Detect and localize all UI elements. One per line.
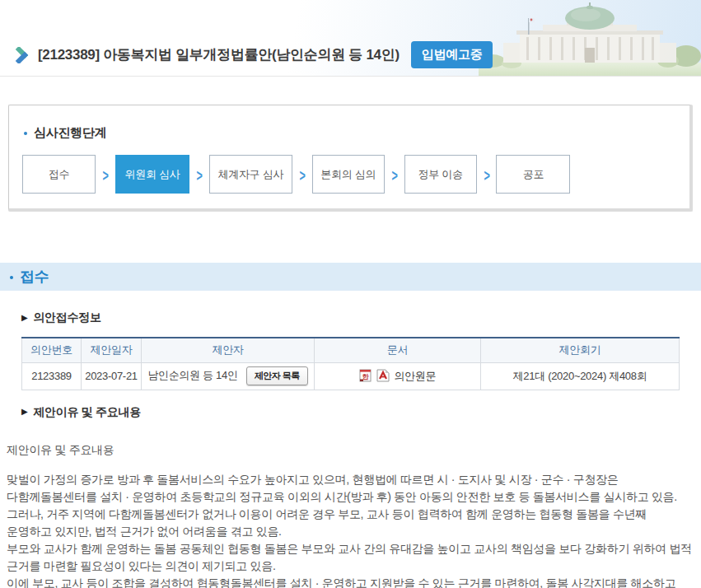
step-arrow-icon: >	[484, 165, 489, 184]
step-label: 접수	[49, 167, 69, 182]
step-promulgation: 공포	[496, 155, 570, 194]
table-row: 2123389 2023-07-21 남인순의원 등 14인제안자 목록 한	[22, 362, 680, 390]
reception-table: 의안번호 제안일자 제안자 문서 제안회기 2123389 2023-07-21…	[21, 337, 680, 390]
assembly-building-image	[479, 0, 701, 76]
step-government-transfer: 정부 이송	[404, 155, 477, 194]
step-arrow-icon: >	[196, 165, 202, 184]
reception-section-title: 접수	[20, 267, 49, 287]
step-reception: 접수	[22, 155, 96, 194]
paragraph: 그러나, 거주 지역에 다함께돌봄센터가 없거나 이용이 어려운 경우 부모, …	[7, 506, 694, 540]
col-proposer: 제안자	[142, 338, 315, 362]
bill-title: [2123389] 아동복지법 일부개정법률안(남인순의원 등 14인)	[38, 45, 400, 64]
progress-title-label: 심사진행단계	[34, 125, 106, 141]
document-cell: 한 의안원문	[315, 362, 481, 390]
step-committee-review: 위원회 심사	[115, 155, 189, 194]
progress-steps: 접수 > 위원회 심사 > 체계자구 심사 > 본회의 심의 > 정부 이송 >…	[22, 155, 676, 194]
paragraph: 부모와 교사가 함께 운영하는 돌봄 공동체인 협동형 돌봄은 부모와 교사 간…	[7, 540, 694, 575]
triangle-marker-icon: ▶	[21, 407, 27, 416]
step-plenary-deliberation: 본회의 심의	[312, 155, 385, 194]
bill-detail-page: [2123389] 아동복지법 일부개정법률안(남인순의원 등 14인) 입법예…	[0, 0, 701, 588]
reception-section-header: 접수	[0, 263, 701, 291]
paragraph: 맞벌이 가정의 증가로 방과 후 돌봄서비스의 수요가 높아지고 있으며, 현행…	[7, 471, 694, 506]
content-section-title: ▶ 제안이유 및 주요내용	[21, 405, 701, 420]
reception-info-title: ▶ 의안접수정보	[21, 310, 701, 325]
step-arrow-icon: >	[102, 165, 108, 184]
proposer-list-button[interactable]: 제안자 목록	[246, 366, 308, 385]
svg-text:한: 한	[362, 372, 368, 380]
progress-section: 심사진행단계 접수 > 위원회 심사 > 체계자구 심사 > 본회의 심의 > …	[8, 105, 693, 212]
bill-original-link[interactable]: 의안원문	[394, 370, 436, 382]
bill-number-cell: 2123389	[22, 362, 82, 390]
proposal-reason-text: 맞벌이 가정의 증가로 방과 후 돌봄서비스의 수요가 높아지고 있으며, 현행…	[7, 471, 694, 588]
content-subtitle: 제안이유 및 주요내용	[7, 443, 701, 458]
step-label: 정부 이송	[418, 167, 463, 182]
proposer-name: 남인순의원 등 14인	[147, 369, 237, 381]
step-label: 본회의 심의	[320, 167, 376, 182]
proposer-cell: 남인순의원 등 14인제안자 목록	[142, 362, 315, 390]
col-session: 제안회기	[481, 338, 680, 362]
step-label: 체계자구 심사	[218, 167, 284, 182]
propose-date-cell: 2023-07-21	[82, 362, 142, 390]
step-arrow-icon: >	[391, 165, 397, 184]
status-badge[interactable]: 입법예고중	[411, 41, 493, 68]
bullet-icon	[24, 132, 27, 135]
title-arrow-icon	[15, 47, 31, 63]
triangle-marker-icon: ▶	[21, 313, 27, 322]
col-document: 문서	[315, 338, 481, 362]
step-legislation-review: 체계자구 심사	[209, 155, 292, 194]
paragraph: 이에 부모, 교사 등이 조합을 결성하여 협동형돌봄센터를 설치 · 운영하고…	[7, 575, 694, 588]
progress-section-title: 심사진행단계	[24, 125, 676, 141]
bill-title-row: [2123389] 아동복지법 일부개정법률안(남인순의원 등 14인) 입법예…	[15, 41, 493, 68]
table-header-row: 의안번호 제안일자 제안자 문서 제안회기	[22, 338, 680, 362]
session-cell: 제21대 (2020~2024) 제408회	[481, 362, 680, 390]
col-bill-number: 의안번호	[22, 338, 82, 362]
hwp-file-icon[interactable]: 한	[359, 369, 372, 382]
reception-info-label: 의안접수정보	[33, 310, 100, 325]
content-title-label: 제안이유 및 주요내용	[33, 405, 140, 420]
page-header: [2123389] 아동복지법 일부개정법률안(남인순의원 등 14인) 입법예…	[0, 0, 701, 77]
step-label: 공포	[523, 167, 544, 182]
step-arrow-icon: >	[299, 165, 305, 184]
pdf-file-icon[interactable]	[376, 369, 390, 382]
bullet-icon	[10, 276, 13, 279]
step-label: 위원회 심사	[124, 167, 180, 182]
col-propose-date: 제안일자	[82, 338, 142, 362]
